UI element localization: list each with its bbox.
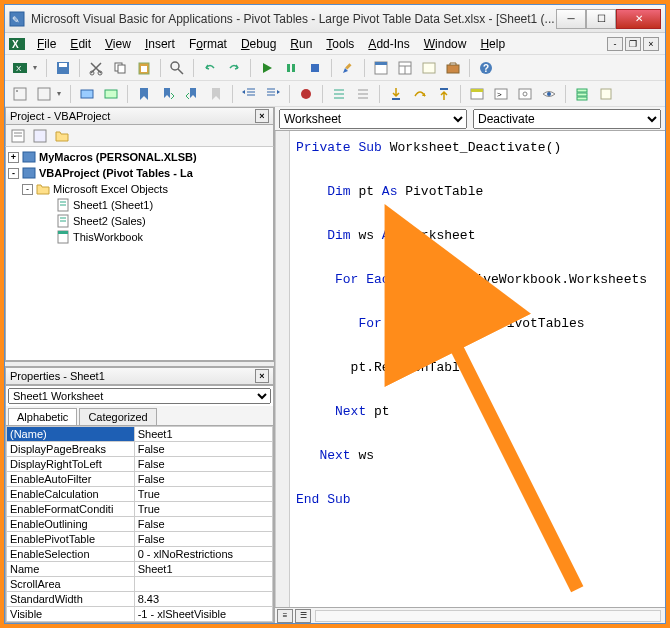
property-row[interactable]: DisplayRightToLeftFalse [7,457,273,472]
collapse-icon[interactable]: - [22,184,33,195]
tb2-icon-1[interactable] [9,83,31,105]
properties-panel-close-icon[interactable]: × [255,369,269,383]
tab-categorized[interactable]: Categorized [79,408,156,425]
property-row[interactable]: EnablePivotTableFalse [7,532,273,547]
dropdown-arrow-icon[interactable]: ▾ [33,63,41,72]
tree-item[interactable]: Sheet2 (Sales) [8,213,271,229]
properties-object-combo[interactable]: Sheet1 Worksheet [8,388,271,404]
step-into-icon[interactable] [385,83,407,105]
immediate-window-icon[interactable]: > [490,83,512,105]
code-text[interactable]: Private Sub Worksheet_Deactivate() Dim p… [276,131,665,517]
collapse-icon[interactable]: - [8,168,19,179]
property-row[interactable]: (Name)Sheet1 [7,427,273,442]
locals-window-icon[interactable] [466,83,488,105]
menu-run[interactable]: Run [284,35,318,53]
property-row[interactable]: StandardWidth8.43 [7,592,273,607]
menu-help[interactable]: Help [474,35,511,53]
outdent-icon[interactable] [238,83,260,105]
mdi-minimize-button[interactable]: - [607,37,623,51]
property-row[interactable]: EnableCalculationTrue [7,487,273,502]
comment-block-icon[interactable] [328,83,350,105]
quick-watch-icon[interactable] [538,83,560,105]
menu-debug[interactable]: Debug [235,35,282,53]
break-icon[interactable] [280,57,302,79]
property-row[interactable]: EnableAutoFilterFalse [7,472,273,487]
toggle-bookmark-icon[interactable] [133,83,155,105]
cut-icon[interactable] [85,57,107,79]
tab-alphabetic[interactable]: Alphabetic [8,408,77,425]
project-panel-title: Project - VBAProject × [5,107,274,125]
hscrollbar[interactable] [315,610,661,622]
excel-icon[interactable]: X [9,36,25,52]
menu-insert[interactable]: Insert [139,35,181,53]
view-object-icon[interactable] [30,127,50,145]
project-explorer-icon[interactable] [370,57,392,79]
design-mode-icon[interactable] [337,57,359,79]
reset-icon[interactable] [304,57,326,79]
watch-window-icon[interactable] [514,83,536,105]
tree-item[interactable]: Sheet1 (Sheet1) [8,197,271,213]
save-icon[interactable] [52,57,74,79]
menu-format[interactable]: Format [183,35,233,53]
code-editor[interactable]: Private Sub Worksheet_Deactivate() Dim p… [275,131,665,607]
menu-edit[interactable]: Edit [64,35,97,53]
property-row[interactable]: EnableFormatConditiTrue [7,502,273,517]
project-panel-close-icon[interactable]: × [255,109,269,123]
undo-icon[interactable] [199,57,221,79]
menu-tools[interactable]: Tools [320,35,360,53]
menu-window[interactable]: Window [418,35,473,53]
tb2-icon-2[interactable] [33,83,55,105]
menu-addins[interactable]: Add-Ins [362,35,415,53]
toggle-folders-icon[interactable] [52,127,72,145]
toolbox-icon[interactable] [442,57,464,79]
tree-project-1[interactable]: + MyMacros (PERSONAL.XLSB) [8,149,271,165]
step-over-icon[interactable] [409,83,431,105]
prev-bookmark-icon[interactable] [181,83,203,105]
redo-icon[interactable] [223,57,245,79]
property-row[interactable]: NameSheet1 [7,562,273,577]
menu-file[interactable]: File [31,35,62,53]
tb2-icon-4[interactable] [100,83,122,105]
property-row[interactable]: ScrollArea [7,577,273,592]
procedure-dropdown[interactable]: Deactivate [473,109,661,129]
call-stack-icon[interactable] [571,83,593,105]
copy-icon[interactable] [109,57,131,79]
minimize-button[interactable]: ─ [556,9,586,29]
tree-folder[interactable]: - Microsoft Excel Objects [8,181,271,197]
object-dropdown[interactable]: Worksheet [279,109,467,129]
maximize-button[interactable]: ☐ [586,9,616,29]
mdi-close-button[interactable]: × [643,37,659,51]
view-code-icon[interactable] [8,127,28,145]
object-browser-icon[interactable] [418,57,440,79]
properties-window-icon[interactable] [394,57,416,79]
view-excel-icon[interactable]: X [9,57,31,79]
close-button[interactable]: ✕ [616,9,661,29]
clear-bookmarks-icon[interactable] [205,83,227,105]
next-bookmark-icon[interactable] [157,83,179,105]
paste-icon[interactable] [133,57,155,79]
property-row[interactable]: EnableSelection0 - xlNoRestrictions [7,547,273,562]
help-icon[interactable]: ? [475,57,497,79]
menu-view[interactable]: View [99,35,137,53]
project-tree[interactable]: + MyMacros (PERSONAL.XLSB) - VBAProject … [5,147,274,361]
compile-icon[interactable] [595,83,617,105]
full-module-view-icon[interactable]: ☰ [295,609,311,623]
run-icon[interactable] [256,57,278,79]
properties-grid[interactable]: (Name)Sheet1DisplayPageBreaksFalseDispla… [6,426,273,622]
property-row[interactable]: EnableOutliningFalse [7,517,273,532]
find-icon[interactable] [166,57,188,79]
tb2-icon-3[interactable] [76,83,98,105]
mdi-restore-button[interactable]: ❐ [625,37,641,51]
property-row[interactable]: Visible-1 - xlSheetVisible [7,607,273,622]
property-row[interactable]: DisplayPageBreaksFalse [7,442,273,457]
breakpoint-icon[interactable] [295,83,317,105]
svg-rect-47 [392,98,400,100]
indent-icon[interactable] [262,83,284,105]
uncomment-block-icon[interactable] [352,83,374,105]
tree-item[interactable]: ThisWorkbook [8,229,271,245]
step-out-icon[interactable] [433,83,455,105]
expand-icon[interactable]: + [8,152,19,163]
procedure-view-icon[interactable]: ≡ [277,609,293,623]
tree-project-2[interactable]: - VBAProject (Pivot Tables - La [8,165,271,181]
svg-rect-48 [440,88,448,90]
